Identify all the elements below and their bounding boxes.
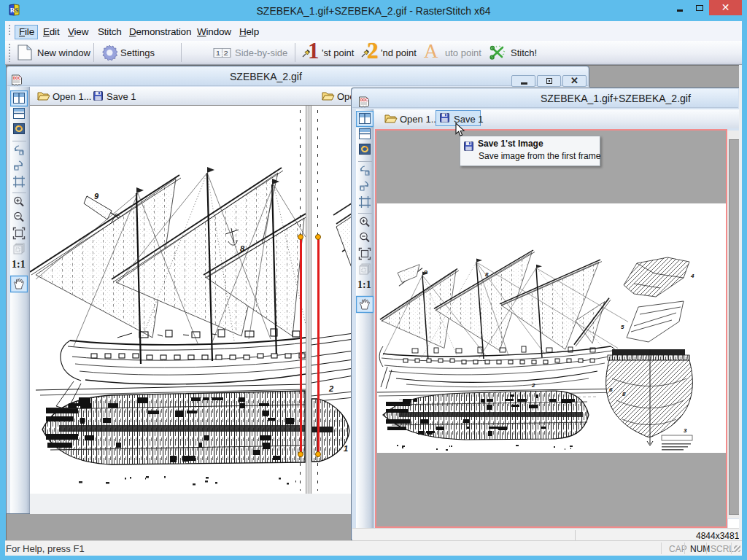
- svg-text:5: 5: [621, 324, 624, 330]
- svg-text:9: 9: [94, 192, 99, 201]
- svg-text:2: 2: [531, 382, 535, 389]
- svg-text:6: 6: [609, 386, 613, 393]
- svg-text:8: 8: [485, 271, 489, 278]
- svg-text:8: 8: [622, 391, 626, 397]
- svg-text:2: 2: [328, 384, 333, 393]
- svg-text:S: S: [15, 7, 18, 14]
- svg-text:4: 4: [690, 273, 694, 279]
- svg-text:1: 1: [344, 444, 348, 453]
- svg-text:8: 8: [240, 244, 245, 253]
- svg-text:3: 3: [684, 427, 687, 434]
